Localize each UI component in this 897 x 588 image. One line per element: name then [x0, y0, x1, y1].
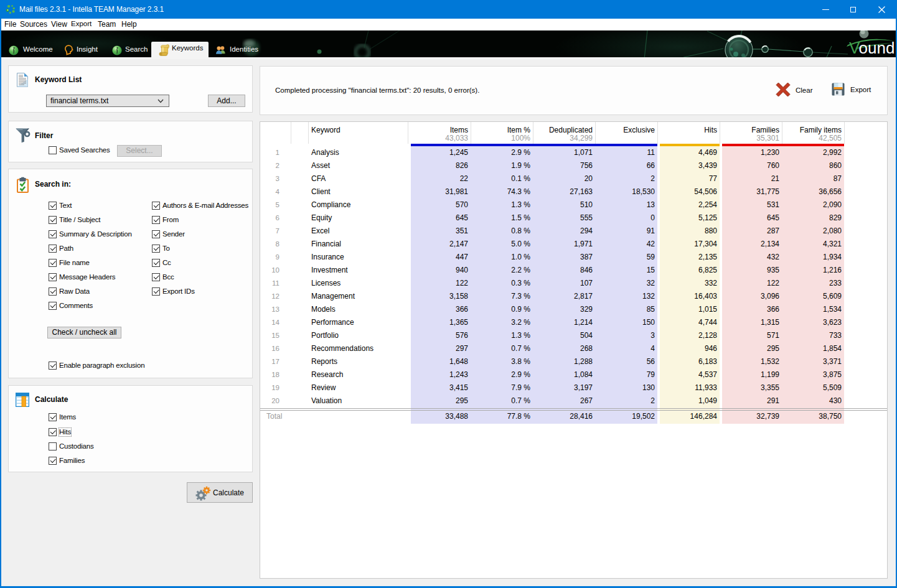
- svg-text:ound: ound: [859, 39, 895, 57]
